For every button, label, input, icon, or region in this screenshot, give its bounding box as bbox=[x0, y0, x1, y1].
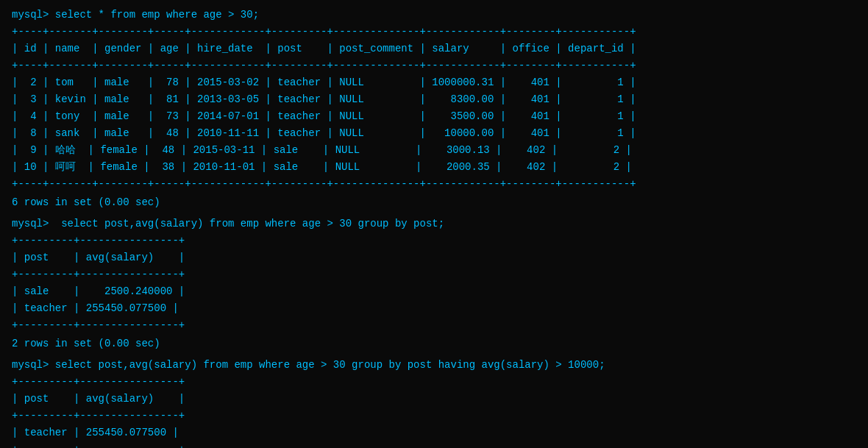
query1-result: 6 rows in set (0.00 sec) bbox=[12, 195, 856, 210]
table-row: | sale | 2500.240000 | bbox=[12, 284, 856, 299]
query2-prompt: mysql> select post,avg(salary) from emp … bbox=[12, 216, 856, 232]
table-row: | teacher | 255450.077500 | bbox=[12, 425, 856, 441]
query1-sep-mid: +----+-------+--------+-----+-----------… bbox=[12, 58, 856, 74]
query1-sep-top: +----+-------+--------+-----+-----------… bbox=[12, 24, 856, 40]
query3-header: | post | avg(salary) | bbox=[12, 391, 856, 407]
query2-sep-bot: +---------+----------------+ bbox=[12, 318, 856, 333]
table-row: | 8 | sank | male | 48 | 2010-11-11 | te… bbox=[12, 126, 856, 141]
query1-prompt: mysql> select * from emp where age > 30; bbox=[12, 7, 856, 23]
query1-rows: | 2 | tom | male | 78 | 2015-03-02 | tea… bbox=[12, 75, 856, 175]
terminal: mysql> select * from emp where age > 30;… bbox=[12, 7, 856, 448]
query3-sep-bot: +---------+----------------+ bbox=[12, 442, 856, 448]
table-row: | 10 | 呵呵 | female | 38 | 2010-11-01 | s… bbox=[12, 160, 856, 175]
query2-rows: | sale | 2500.240000 || teacher | 255450… bbox=[12, 284, 856, 316]
query1-sep-bot: +----+-------+--------+-----+-----------… bbox=[12, 177, 856, 192]
query1-header: | id | name | gender | age | hire_date |… bbox=[12, 41, 856, 57]
table-row: | 9 | 哈哈 | female | 48 | 2015-03-11 | sa… bbox=[12, 143, 856, 158]
table-row: | 2 | tom | male | 78 | 2015-03-02 | tea… bbox=[12, 75, 856, 90]
query3-prompt: mysql> select post,avg(salary) from emp … bbox=[12, 358, 856, 373]
table-row: | 4 | tony | male | 73 | 2014-07-01 | te… bbox=[12, 109, 856, 124]
table-row: | teacher | 255450.077500 | bbox=[12, 301, 856, 316]
table-row: | 3 | kevin | male | 81 | 2013-03-05 | t… bbox=[12, 92, 856, 107]
query2-result: 2 rows in set (0.00 sec) bbox=[12, 336, 856, 352]
query2-header: | post | avg(salary) | bbox=[12, 250, 856, 266]
query2-sep-mid: +---------+----------------+ bbox=[12, 267, 856, 282]
query3-sep-mid: +---------+----------------+ bbox=[12, 408, 856, 424]
query2-sep-top: +---------+----------------+ bbox=[12, 233, 856, 249]
query3-rows: | teacher | 255450.077500 | bbox=[12, 425, 856, 441]
query3-sep-top: +---------+----------------+ bbox=[12, 374, 856, 390]
